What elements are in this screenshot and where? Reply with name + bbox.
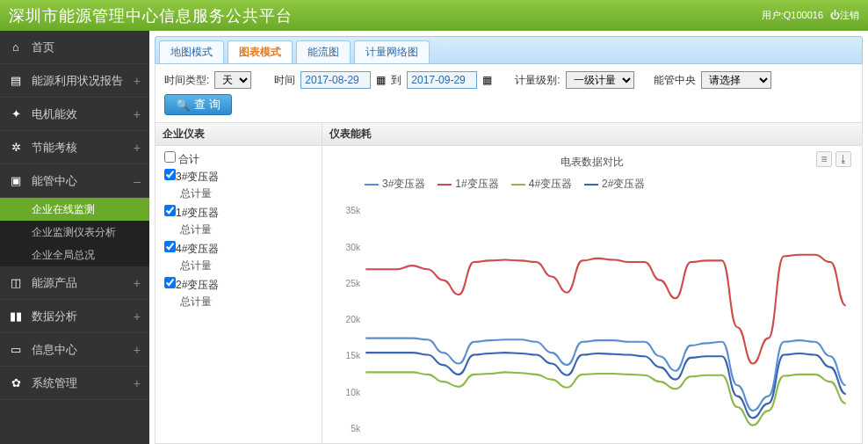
svg-text:5k: 5k: [351, 424, 361, 433]
sidebar-sub-meter[interactable]: 企业监测仪表分析: [0, 221, 149, 244]
chart-panel-title: 仪表能耗: [322, 123, 862, 146]
svg-text:20k: 20k: [345, 315, 360, 324]
monitor-icon: ▣: [9, 174, 23, 187]
legend-item[interactable]: 2#变压器: [584, 177, 645, 192]
bars-icon: ▮▮: [9, 309, 23, 323]
central-select[interactable]: 请选择: [701, 71, 771, 89]
sidebar-sub-online[interactable]: 企业在线监测: [0, 198, 149, 221]
sidebar-item-motor[interactable]: ✦电机能效+: [0, 98, 149, 131]
svg-text:25k: 25k: [345, 279, 360, 288]
meter-sub: 总计量: [164, 295, 313, 309]
central-label: 能管中央: [654, 73, 696, 88]
sidebar-item-info[interactable]: ▭信息中心+: [0, 333, 149, 367]
sidebar-item-home[interactable]: ⌂首页: [0, 31, 149, 64]
file-icon: ▤: [9, 74, 23, 87]
legend-item[interactable]: 1#变压器: [438, 177, 498, 192]
user-label: 用户:Q100016: [762, 9, 823, 22]
svg-text:15k: 15k: [345, 351, 360, 360]
level-select[interactable]: 一级计量: [566, 71, 634, 89]
sidebar-item-label: 能源利用状况报告: [32, 73, 123, 89]
date-from-input[interactable]: [300, 71, 371, 89]
sidebar-item-report[interactable]: ▤能源利用状况报告+: [0, 64, 149, 98]
mode-tabs: 地图模式 图表模式 能流图 计量网络图: [155, 36, 863, 64]
level-label: 计量级别:: [515, 73, 560, 88]
sidebar-item-products[interactable]: ◫能源产品+: [0, 266, 149, 300]
date-from-cal-icon[interactable]: ▦: [376, 74, 386, 86]
sidebar-item-label: 能管中心: [32, 173, 77, 189]
chart-download-icon[interactable]: ⭳: [835, 151, 851, 167]
sidebar-item-label: 首页: [32, 40, 54, 55]
sidebar-item-label: 电机能效: [32, 106, 77, 122]
filter-bar: 时间类型: 天 时间 ▦ 到 ▦ 计量级别: 一级计量 能管中央 请选择 🔍查 …: [155, 64, 863, 123]
chart-toolbar: ≡ ⭳: [816, 151, 851, 167]
time-type-label: 时间类型:: [164, 73, 209, 88]
sidebar-item-label: 系统管理: [32, 375, 77, 391]
meter-sub: 总计量: [164, 222, 313, 237]
meter-checkbox-3[interactable]: 3#变压器: [164, 169, 313, 185]
content: 地图模式 图表模式 能流图 计量网络图 时间类型: 天 时间 ▦ 到 ▦ 计量级…: [149, 31, 868, 444]
sidebar-item-label: 节能考核: [32, 140, 77, 156]
logout-link[interactable]: ⏻注销: [830, 9, 859, 22]
line-chart: 5k10k15k20k25k30k35k: [329, 197, 855, 443]
svg-text:10k: 10k: [345, 388, 360, 397]
time-label: 时间: [274, 73, 295, 88]
sidebar-submenu: 企业在线监测 企业监测仪表分析 企业全局总况: [0, 198, 149, 266]
meter-checkbox-4[interactable]: 4#变压器: [164, 241, 313, 257]
time-type-select[interactable]: 天: [214, 71, 251, 89]
sidebar: ⌂首页 ▤能源利用状况报告+ ✦电机能效+ ✲节能考核+ ▣能管中心– 企业在线…: [0, 31, 149, 444]
topbar: 深圳市能源管理中心信息服务公共平台 用户:Q100016 ⏻注销: [0, 0, 868, 31]
meter-sub: 总计量: [164, 186, 313, 201]
meter-checkbox-2[interactable]: 2#变压器: [164, 277, 313, 293]
sidebar-item-label: 能源产品: [32, 275, 77, 291]
sidebar-item-label: 数据分析: [32, 309, 77, 324]
sidebar-item-nengguan[interactable]: ▣能管中心–: [0, 164, 149, 198]
chart-title: 电表数据对比: [329, 155, 855, 170]
meter-tree-title: 企业仪表: [156, 123, 322, 146]
sidebar-sub-overview[interactable]: 企业全局总况: [0, 244, 149, 266]
sidebar-item-sys[interactable]: ✿系统管理+: [0, 367, 149, 400]
legend-item[interactable]: 4#变压器: [511, 177, 572, 192]
date-to-label: 到: [391, 73, 401, 88]
home-icon: ⌂: [9, 40, 23, 54]
tab-network[interactable]: 计量网络图: [354, 40, 430, 63]
chart-menu-icon[interactable]: ≡: [816, 151, 832, 167]
cog-icon: ✿: [9, 376, 23, 389]
date-to-cal-icon[interactable]: ▦: [482, 74, 492, 86]
topbar-right: 用户:Q100016 ⏻注销: [762, 9, 859, 22]
cube-icon: ◫: [9, 276, 23, 289]
bolt-icon: ✦: [9, 107, 23, 120]
chart-panel: 仪表能耗 电表数据对比 ≡ ⭳ 3#变压器1#变压器4#变压器2#变压器 5k1…: [322, 123, 862, 443]
clip-icon: ▭: [9, 343, 23, 356]
chart-legend: 3#变压器1#变压器4#变压器2#变压器: [329, 171, 855, 197]
gear-icon: ✲: [9, 141, 23, 154]
meter-tree-panel: 企业仪表 合计 3#变压器 总计量 1#变压器 总计量 4#变压器 总计量 2#…: [156, 123, 322, 443]
svg-text:35k: 35k: [345, 206, 360, 215]
legend-item[interactable]: 3#变压器: [365, 177, 425, 192]
date-to-input[interactable]: [407, 71, 477, 89]
search-icon: 🔍: [176, 98, 191, 112]
tab-map[interactable]: 地图模式: [159, 40, 224, 63]
merge-checkbox[interactable]: 合计: [164, 151, 313, 167]
sidebar-item-label: 信息中心: [32, 342, 77, 358]
svg-text:30k: 30k: [345, 243, 360, 252]
logout-icon: ⏻: [830, 10, 840, 20]
app-title: 深圳市能源管理中心信息服务公共平台: [9, 5, 293, 26]
sidebar-item-saving[interactable]: ✲节能考核+: [0, 131, 149, 164]
tab-flow[interactable]: 能流图: [296, 40, 351, 63]
sidebar-item-data[interactable]: ▮▮数据分析+: [0, 300, 149, 333]
meter-sub: 总计量: [164, 258, 313, 273]
tab-chart[interactable]: 图表模式: [228, 40, 293, 63]
query-button[interactable]: 🔍查 询: [164, 94, 232, 115]
meter-checkbox-1[interactable]: 1#变压器: [164, 205, 313, 221]
